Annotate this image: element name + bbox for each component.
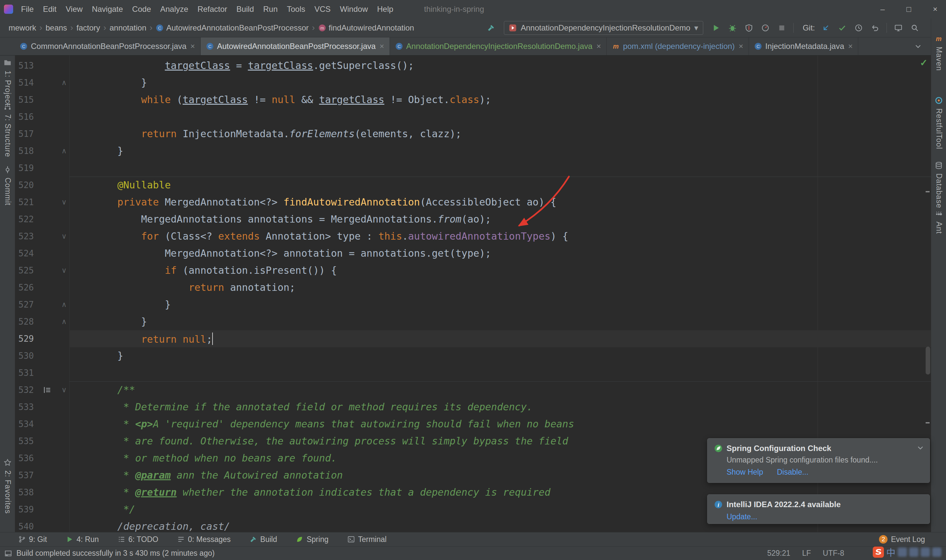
fold-marker-icon[interactable]: ∧ bbox=[45, 313, 69, 330]
code-text[interactable]: if (annotation.isPresent()) { bbox=[69, 262, 931, 279]
code-line-517[interactable]: 517 return InjectionMetadata.forElements… bbox=[15, 125, 931, 143]
line-separator[interactable]: LF bbox=[802, 549, 811, 558]
code-line-527[interactable]: 527∧ } bbox=[15, 296, 931, 313]
line-number[interactable]: 539 bbox=[15, 501, 45, 518]
tool-window-button-database[interactable]: Database bbox=[931, 162, 946, 208]
notification-ide-update[interactable]: i IntelliJ IDEA 2022.2.4 available Updat… bbox=[707, 494, 930, 524]
tool-window-button-ant[interactable]: Ant bbox=[931, 210, 946, 234]
breadcrumb-item[interactable]: annotation bbox=[109, 23, 146, 32]
code-text[interactable]: } bbox=[69, 74, 931, 91]
scrollbar-thumb[interactable] bbox=[926, 347, 930, 375]
fold-marker-icon[interactable]: ∧ bbox=[45, 74, 69, 91]
fold-marker-icon[interactable]: ∨ bbox=[45, 228, 69, 245]
tool-window-button-restfultool[interactable]: RestfulTool bbox=[931, 97, 946, 149]
tab-close-icon[interactable]: × bbox=[596, 42, 601, 51]
menu-code[interactable]: Code bbox=[128, 5, 156, 14]
fold-marker-icon[interactable]: ∨ bbox=[45, 262, 69, 279]
code-text[interactable]: * <p>A 'required' dependency means that … bbox=[69, 415, 931, 432]
code-text[interactable]: targetClass = targetClass.getSuperclass(… bbox=[69, 57, 931, 74]
stop-button[interactable] bbox=[778, 24, 786, 32]
code-line-528[interactable]: 528∧ } bbox=[15, 313, 931, 330]
tab-close-icon[interactable]: × bbox=[848, 42, 853, 51]
breadcrumb-item[interactable]: mework bbox=[9, 23, 36, 32]
menu-help[interactable]: Help bbox=[373, 5, 398, 14]
line-number[interactable]: 540 bbox=[15, 518, 45, 532]
line-number[interactable]: 517 bbox=[15, 125, 45, 143]
line-number[interactable]: 516 bbox=[15, 108, 45, 125]
code-text[interactable]: MergedAnnotations annotations = MergedAn… bbox=[69, 211, 931, 228]
editor-tab[interactable]: CAnnotationDependencyInjectionResolution… bbox=[390, 37, 607, 55]
code-text[interactable]: @Nullable bbox=[69, 177, 931, 194]
tool-window-button-0-messages[interactable]: 0: Messages bbox=[177, 535, 231, 544]
editor-tab[interactable]: mpom.xml (dependency-injection)× bbox=[607, 37, 749, 55]
presentation-icon[interactable] bbox=[894, 24, 902, 32]
code-text[interactable] bbox=[69, 365, 931, 382]
code-text[interactable]: } bbox=[69, 347, 931, 365]
update-link[interactable]: Update... bbox=[727, 512, 757, 521]
line-number[interactable]: 524 bbox=[15, 245, 45, 262]
line-number[interactable]: 518 bbox=[15, 143, 45, 160]
line-number[interactable]: 527 bbox=[15, 296, 45, 313]
breadcrumb-item[interactable]: mfindAutowiredAnnotation bbox=[318, 23, 414, 32]
line-number[interactable]: 521 bbox=[15, 194, 45, 211]
tool-window-button-9-git[interactable]: 9: Git bbox=[18, 535, 47, 544]
menu-file[interactable]: File bbox=[17, 5, 39, 14]
code-line-522[interactable]: 522 MergedAnnotations annotations = Merg… bbox=[15, 211, 931, 228]
minimize-icon[interactable]: – bbox=[880, 5, 884, 14]
line-number[interactable]: 515 bbox=[15, 91, 45, 108]
code-line-531[interactable]: 531 bbox=[15, 365, 931, 382]
code-line-524[interactable]: 524 MergedAnnotation<?> annotation = ann… bbox=[15, 245, 931, 262]
code-text[interactable]: private MergedAnnotation<?> findAutowire… bbox=[69, 194, 931, 211]
tool-window-button-6-todo[interactable]: 6: TODO bbox=[118, 535, 158, 544]
menu-navigate[interactable]: Navigate bbox=[87, 5, 128, 14]
code-line-534[interactable]: 534 * <p>A 'required' dependency means t… bbox=[15, 415, 931, 432]
code-text[interactable]: } bbox=[69, 143, 931, 160]
code-text[interactable]: * Determine if the annotated field or me… bbox=[69, 398, 931, 415]
code-line-529[interactable]: 529 return null; bbox=[15, 330, 931, 347]
line-number[interactable]: 530 bbox=[15, 347, 45, 365]
line-number[interactable]: 537 bbox=[15, 467, 45, 484]
line-number[interactable]: 535 bbox=[15, 432, 45, 450]
line-number[interactable]: 514 bbox=[15, 74, 45, 91]
code-line-516[interactable]: 516 bbox=[15, 108, 931, 125]
line-number[interactable]: 522 bbox=[15, 211, 45, 228]
code-text[interactable]: } bbox=[69, 296, 931, 313]
tool-window-button-build[interactable]: Build bbox=[250, 535, 277, 544]
git-update-icon[interactable] bbox=[822, 24, 830, 32]
line-number[interactable]: 528 bbox=[15, 313, 45, 330]
code-line-518[interactable]: 518∧ } bbox=[15, 143, 931, 160]
tab-close-icon[interactable]: × bbox=[380, 42, 384, 51]
line-number[interactable]: 519 bbox=[15, 160, 45, 177]
line-number[interactable]: 513 bbox=[15, 57, 45, 74]
run-configuration-select[interactable]: AnnotationDependencyInjectionResolutionD… bbox=[504, 21, 703, 35]
code-line-520[interactable]: 520 @Nullable bbox=[15, 177, 931, 194]
tab-close-icon[interactable]: × bbox=[739, 42, 743, 51]
disable-link[interactable]: Disable... bbox=[777, 468, 808, 477]
code-text[interactable]: return InjectionMetadata.forElements(ele… bbox=[69, 125, 931, 143]
breadcrumb-item[interactable]: beans bbox=[46, 23, 67, 32]
git-rollback-icon[interactable] bbox=[871, 24, 879, 32]
code-text[interactable]: return null; bbox=[69, 330, 931, 347]
fold-marker-icon[interactable]: ∧ bbox=[45, 296, 69, 313]
tool-window-button-1-project[interactable]: 1: Project bbox=[0, 59, 15, 106]
line-number[interactable]: 532 bbox=[15, 382, 45, 398]
build-project-icon[interactable] bbox=[487, 24, 495, 32]
tool-window-button-2-favorites[interactable]: 2: Favorites bbox=[0, 458, 15, 514]
editor-tab[interactable]: CAutowiredAnnotationBeanPostProcessor.ja… bbox=[201, 37, 390, 55]
tool-window-button-4-run[interactable]: 4: Run bbox=[66, 535, 99, 544]
fold-marker-icon[interactable]: ∨ bbox=[45, 194, 69, 211]
code-text[interactable]: } bbox=[69, 313, 931, 330]
debug-button[interactable] bbox=[729, 24, 736, 32]
code-line-519[interactable]: 519 bbox=[15, 160, 931, 177]
error-stripe-mark[interactable] bbox=[926, 422, 929, 423]
profiler-button[interactable] bbox=[761, 24, 769, 32]
event-log-button[interactable]: 2 Event Log bbox=[879, 535, 925, 544]
line-number[interactable]: 536 bbox=[15, 450, 45, 467]
code-line-521[interactable]: 521∨ private MergedAnnotation<?> findAut… bbox=[15, 194, 931, 211]
line-number[interactable]: 534 bbox=[15, 415, 45, 432]
tool-window-button-7-structure[interactable]: 7: Structure bbox=[0, 102, 15, 157]
code-line-526[interactable]: 526 return annotation; bbox=[15, 279, 931, 296]
menu-build[interactable]: Build bbox=[232, 5, 259, 14]
tab-close-icon[interactable]: × bbox=[191, 42, 195, 51]
menu-view[interactable]: View bbox=[61, 5, 87, 14]
